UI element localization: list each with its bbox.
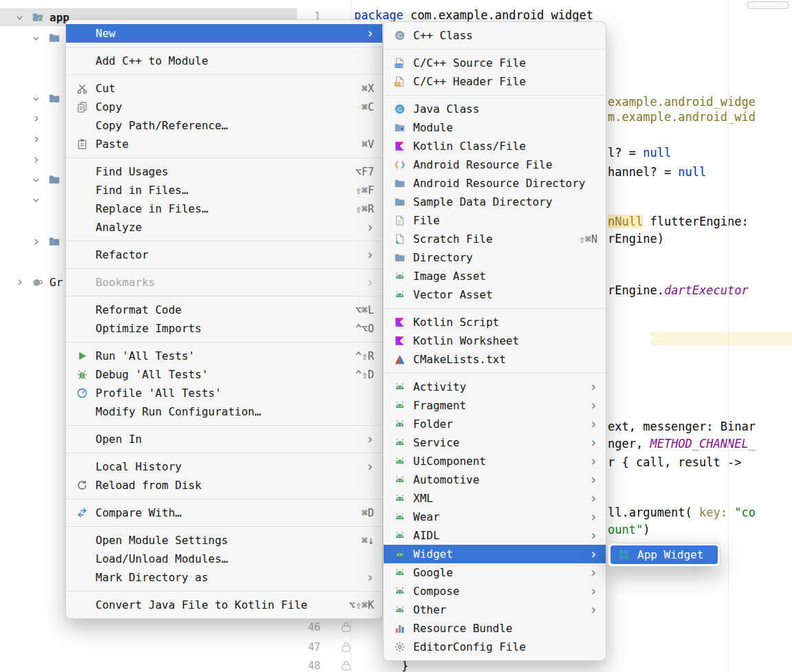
menu-item-debug-all-tests[interactable]: Debug 'All Tests'^⇧D	[66, 365, 382, 384]
menu-item-resource-bundle[interactable]: Resource Bundle	[384, 619, 606, 638]
menu-item-service[interactable]: Service›	[384, 433, 606, 452]
menu-item-kotlin-script[interactable]: Kotlin Script	[384, 313, 606, 332]
menu-item-fragment[interactable]: Fragment›	[384, 396, 606, 415]
menu-shortcut: ^⇧D	[339, 369, 374, 381]
line-number: 47	[289, 638, 320, 656]
code-line: m.example.android_wid	[608, 108, 756, 127]
context-menu: New›Add C++ to ModuleCut⌘XCopy⌘CCopy Pat…	[65, 19, 383, 619]
menu-item-editorconfig-file[interactable]: EditorConfig File	[384, 638, 606, 656]
chevron-down-icon[interactable]	[32, 29, 41, 47]
menu-item-label: Open In	[96, 433, 142, 446]
menu-item-label: Mark Directory as	[96, 571, 208, 584]
menu-item-analyze[interactable]: Analyze›	[66, 218, 382, 237]
menu-item-uicomponent[interactable]: UiComponent›	[384, 452, 606, 470]
menu-item-google[interactable]: Google›	[384, 563, 606, 582]
menu-item-label: File	[413, 214, 440, 227]
menu-item-app-widget[interactable]: App Widget	[610, 545, 718, 564]
menu-item-convert-java-file-to-kotlin-file[interactable]: Convert Java File to Kotlin File⌥⇧⌘K	[66, 596, 382, 614]
menu-item-open-module-settings[interactable]: Open Module Settings⌘↓	[66, 531, 382, 550]
submenu-arrow-icon: ›	[350, 460, 374, 473]
menu-item-copy-path-reference[interactable]: Copy Path/Reference…	[66, 116, 382, 135]
menu-item-java-class[interactable]: CJava Class	[384, 100, 606, 118]
menu-item-load-unload-modules[interactable]: Load/Unload Modules…	[66, 550, 382, 568]
menu-item-aidl[interactable]: AIDL›	[384, 526, 606, 545]
scrollbar-thumb[interactable]	[747, 1, 789, 9]
menu-item-cmakelists-txt[interactable]: CMakeLists.txt	[384, 350, 606, 369]
module-icon	[393, 122, 406, 134]
menu-item-xml[interactable]: XML›	[384, 489, 606, 508]
menu-item-vector-asset[interactable]: Vector Asset	[384, 285, 606, 304]
menu-item-automotive[interactable]: Automotive›	[384, 470, 606, 489]
menu-shortcut: ^⇧R	[339, 350, 374, 362]
menu-item-c-c-source-file[interactable]: C++C/C++ Source File	[384, 54, 606, 72]
menu-item-optimize-imports[interactable]: Optimize Imports^⌥O	[66, 319, 382, 338]
menu-item-folder[interactable]: Folder›	[384, 415, 606, 433]
menu-separator	[66, 453, 382, 453]
menu-item-paste[interactable]: Paste⌘V	[66, 135, 382, 153]
submenu-arrow-icon: ›	[573, 529, 597, 542]
menu-item-bookmarks[interactable]: Bookmarks›	[66, 273, 382, 292]
menu-item-label: Convert Java File to Kotlin File	[96, 598, 307, 611]
res-file-icon	[393, 159, 406, 171]
svg-text:H: H	[396, 82, 399, 86]
menu-item-module[interactable]: Module	[384, 118, 606, 137]
menu-item-reformat-code[interactable]: Reformat Code⌥⌘L	[66, 301, 382, 319]
no-icon	[75, 277, 89, 289]
menu-item-activity[interactable]: Activity›	[384, 378, 606, 396]
menu-item-reload-from-disk[interactable]: Reload from Disk	[66, 476, 382, 495]
menu-item-find-in-files[interactable]: Find in Files…⇧⌘F	[66, 181, 382, 199]
menu-item-find-usages[interactable]: Find Usages⌥F7	[66, 162, 382, 181]
menu-item-replace-in-files[interactable]: Replace in Files…⇧⌘R	[66, 199, 382, 218]
menu-item-kotlin-worksheet[interactable]: Kotlin Worksheet	[384, 332, 606, 350]
no-icon	[75, 249, 89, 261]
menu-item-local-history[interactable]: Local History›	[66, 457, 382, 476]
menu-item-wear[interactable]: Wear›	[384, 508, 606, 526]
chevron-right-icon[interactable]	[32, 109, 41, 127]
menu-item-run-all-tests[interactable]: Run 'All Tests'^⇧R	[66, 347, 382, 365]
chevron-right-icon[interactable]	[32, 130, 41, 148]
android-icon	[393, 289, 406, 301]
menu-item-new[interactable]: New›	[66, 24, 382, 43]
menu-item-c-class[interactable]: CC++ Class	[384, 26, 606, 45]
menu-item-file[interactable]: File	[384, 211, 606, 230]
folder-icon	[393, 252, 406, 264]
menu-item-sample-data-directory[interactable]: Sample Data Directory	[384, 193, 606, 211]
menu-item-refactor[interactable]: Refactor›	[66, 246, 382, 264]
submenu-arrow-icon: ›	[573, 455, 597, 468]
gutter-lock-icon[interactable]	[342, 642, 351, 653]
gutter-lock-icon[interactable]	[342, 660, 351, 671]
menu-separator	[66, 241, 382, 241]
menu-item-cut[interactable]: Cut⌘X	[66, 79, 382, 98]
menu-item-mark-directory-as[interactable]: Mark Directory as›	[66, 568, 382, 587]
menu-item-c-c-header-file[interactable]: HC/C++ Header File	[384, 72, 606, 91]
chevron-down-icon[interactable]	[32, 89, 41, 107]
menu-item-android-resource-file[interactable]: Android Resource File	[384, 155, 606, 174]
no-icon	[75, 553, 89, 565]
menu-item-image-asset[interactable]: Image Asset	[384, 267, 606, 285]
menu-item-compare-with[interactable]: Compare With…⌘D	[66, 503, 382, 522]
code-line: rEngine.dartExecutor	[608, 281, 749, 300]
no-icon	[75, 120, 89, 132]
menu-item-other[interactable]: Other›	[384, 600, 606, 619]
menu-item-label: Folder	[413, 418, 453, 431]
chevron-right-icon[interactable]	[15, 273, 24, 291]
menu-item-profile-all-tests[interactable]: Profile 'All Tests'	[66, 384, 382, 402]
chevron-down-icon[interactable]	[32, 171, 41, 188]
chevron-down-icon[interactable]	[32, 191, 41, 208]
menu-item-open-in[interactable]: Open In›	[66, 430, 382, 448]
chevron-right-icon[interactable]	[32, 232, 41, 250]
chevron-right-icon[interactable]	[32, 151, 41, 169]
menu-item-directory[interactable]: Directory	[384, 248, 606, 267]
menu-item-android-resource-directory[interactable]: Android Resource Directory	[384, 174, 606, 193]
gutter-lock-icon[interactable]	[342, 622, 351, 633]
menu-item-copy[interactable]: Copy⌘C	[66, 98, 382, 116]
menu-item-widget[interactable]: Widget›	[384, 545, 606, 563]
menu-item-kotlin-class-file[interactable]: Kotlin Class/File	[384, 137, 606, 155]
chevron-down-icon[interactable]	[15, 8, 24, 26]
menu-item-modify-run-configuration[interactable]: Modify Run Configuration…	[66, 402, 382, 421]
submenu-arrow-icon: ›	[573, 585, 597, 598]
profile-icon	[75, 387, 89, 400]
menu-item-add-c-to-module[interactable]: Add C++ to Module	[66, 52, 382, 70]
menu-item-compose[interactable]: Compose›	[384, 582, 606, 600]
menu-item-scratch-file[interactable]: Scratch File⇧⌘N	[384, 230, 606, 248]
